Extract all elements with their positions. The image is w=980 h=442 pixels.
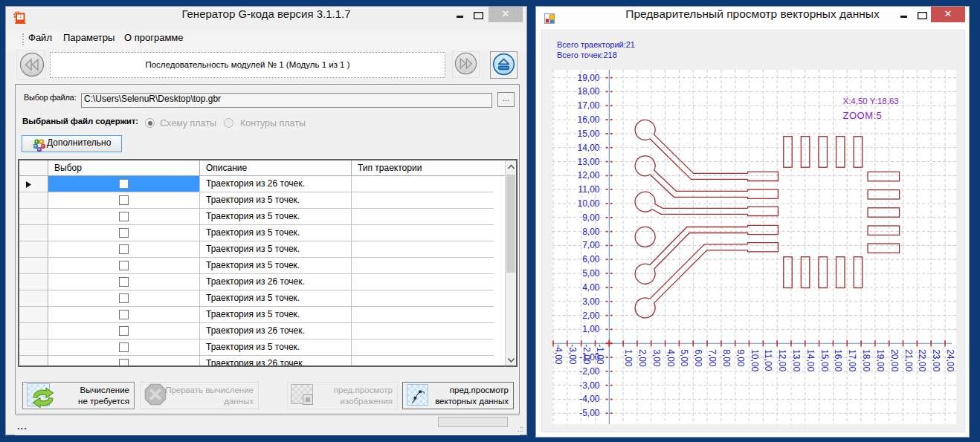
svg-text:21,00: 21,00: [903, 349, 914, 371]
svg-text:13,00: 13,00: [577, 157, 599, 167]
svg-text:17,00: 17,00: [847, 349, 857, 371]
svg-text:23,00: 23,00: [931, 349, 941, 371]
svg-text:2,00: 2,00: [637, 349, 648, 367]
svg-text:5,00: 5,00: [679, 349, 689, 367]
svg-text:1,00: 1,00: [582, 324, 600, 334]
svg-text:19,00: 19,00: [875, 349, 886, 371]
svg-text:14,00: 14,00: [577, 143, 599, 153]
svg-text:7,00: 7,00: [582, 240, 600, 250]
svg-text:11,00: 11,00: [763, 349, 773, 371]
svg-text:ZOOM:5: ZOOM:5: [843, 110, 883, 121]
svg-text:14,00: 14,00: [805, 349, 816, 371]
svg-text:24,00: 24,00: [945, 349, 955, 371]
svg-text:18,00: 18,00: [861, 349, 871, 371]
svg-text:-2,00: -2,00: [579, 366, 600, 377]
svg-text:-4,00: -4,00: [553, 344, 564, 365]
svg-text:15,00: 15,00: [577, 129, 599, 139]
svg-text:4,00: 4,00: [665, 349, 676, 367]
svg-text:10,00: 10,00: [749, 349, 760, 371]
svg-text:13,00: 13,00: [791, 349, 802, 371]
svg-text:16,00: 16,00: [577, 114, 599, 125]
svg-text:4,00: 4,00: [582, 282, 600, 293]
svg-text:10,00: 10,00: [577, 198, 599, 209]
svg-text:15,00: 15,00: [819, 349, 830, 371]
svg-text:6,00: 6,00: [582, 254, 600, 264]
svg-text:2,00: 2,00: [582, 311, 600, 321]
svg-text:3,00: 3,00: [582, 296, 600, 307]
svg-text:16,00: 16,00: [833, 349, 843, 371]
svg-text:7,00: 7,00: [707, 349, 718, 367]
svg-text:9,00: 9,00: [735, 349, 746, 367]
svg-text:12,00: 12,00: [577, 170, 599, 181]
svg-text:18,00: 18,00: [577, 86, 599, 97]
svg-text:20,00: 20,00: [889, 349, 900, 371]
svg-text:9,00: 9,00: [582, 212, 600, 223]
svg-text:19,00: 19,00: [577, 73, 599, 83]
svg-text:12,00: 12,00: [777, 349, 787, 371]
svg-text:3,00: 3,00: [651, 349, 662, 367]
svg-text:8,00: 8,00: [582, 227, 600, 237]
svg-text:5,00: 5,00: [582, 268, 600, 279]
svg-text:X:4,50 Y:18,63: X:4,50 Y:18,63: [843, 97, 899, 105]
svg-text:-3,00: -3,00: [579, 380, 600, 391]
svg-text:8,00: 8,00: [721, 349, 732, 367]
svg-text:-3,00: -3,00: [567, 344, 578, 365]
svg-text:6,00: 6,00: [693, 349, 703, 367]
svg-text:17,00: 17,00: [577, 100, 599, 111]
svg-text:-1,00: -1,00: [595, 344, 605, 365]
svg-text:-5,00: -5,00: [579, 408, 600, 418]
svg-text:-4,00: -4,00: [579, 394, 600, 404]
svg-text:-2,00: -2,00: [581, 344, 592, 365]
svg-text:1,00: 1,00: [623, 349, 634, 367]
svg-text:22,00: 22,00: [917, 349, 927, 371]
svg-text:11,00: 11,00: [578, 184, 599, 195]
